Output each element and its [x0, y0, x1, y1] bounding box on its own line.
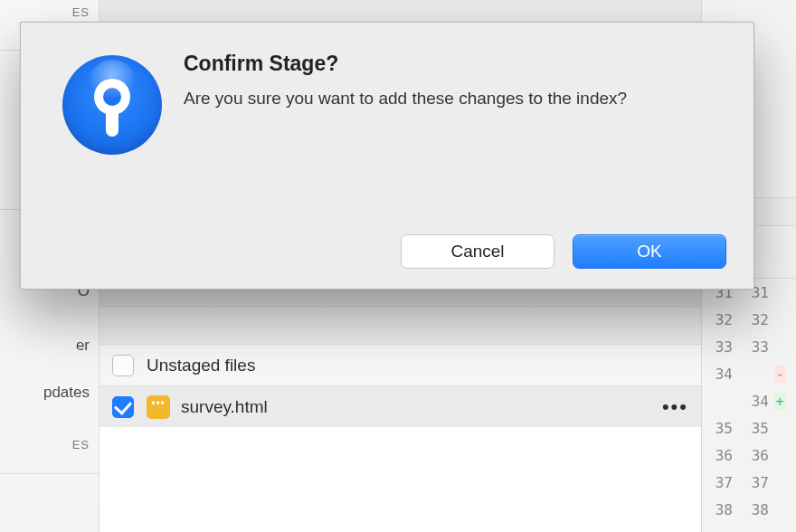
dialog-title: Confirm Stage?	[184, 52, 726, 76]
modal-overlay: Confirm Stage? Are you sure you want to …	[0, 0, 796, 532]
app-root: ES da ES O er pdates ES Unstaged files	[0, 0, 796, 532]
app-icon	[62, 55, 162, 155]
dialog-message: Are you sure you want to add these chang…	[184, 87, 654, 110]
cancel-button[interactable]: Cancel	[401, 234, 554, 269]
ok-button[interactable]: OK	[573, 234, 726, 269]
confirm-stage-dialog: Confirm Stage? Are you sure you want to …	[20, 22, 754, 290]
